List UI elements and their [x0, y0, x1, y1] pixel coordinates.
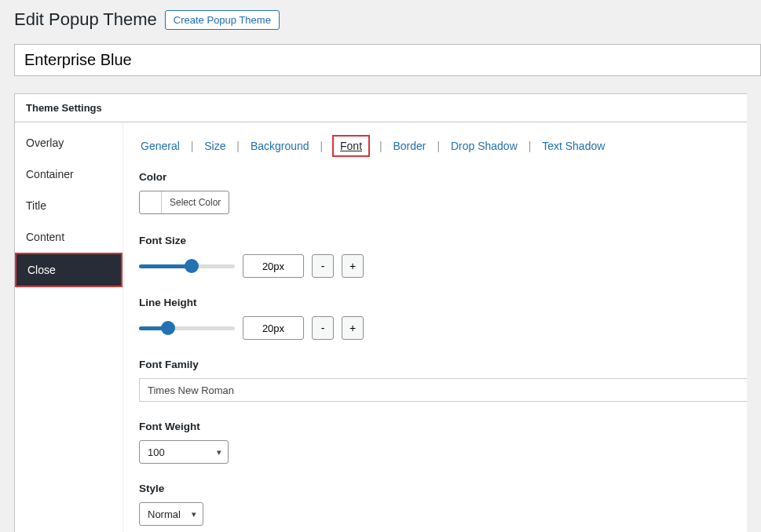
tab-size[interactable]: Size: [203, 140, 227, 152]
sidebar-item-title[interactable]: Title: [15, 190, 123, 221]
sidebar: Overlay Container Title Content Close: [15, 122, 123, 532]
sidebar-item-overlay[interactable]: Overlay: [15, 127, 123, 159]
separator: |: [191, 140, 194, 152]
color-label: Color: [139, 171, 747, 183]
theme-settings-panel: Theme Settings Overlay Container Title C…: [14, 93, 747, 532]
slider-thumb[interactable]: [161, 321, 175, 335]
chevron-down-icon: ▾: [192, 509, 196, 519]
font-weight-value: 100: [148, 446, 165, 458]
font-weight-select[interactable]: 100 ▾: [139, 440, 229, 464]
style-label: Style: [139, 483, 747, 494]
line-height-increase-button[interactable]: +: [342, 316, 364, 340]
color-swatch: [140, 191, 162, 213]
separator: |: [529, 140, 532, 152]
tab-drop-shadow[interactable]: Drop Shadow: [449, 140, 519, 152]
content-area: General | Size | Background | Font | Bor…: [123, 122, 747, 532]
sidebar-item-close[interactable]: Close: [15, 253, 123, 287]
chevron-down-icon: ▾: [217, 447, 221, 457]
panel-title: Theme Settings: [15, 94, 747, 122]
select-color-button[interactable]: Select Color: [139, 191, 229, 214]
separator: |: [379, 140, 382, 152]
font-size-input[interactable]: [243, 254, 304, 278]
separator: |: [437, 140, 440, 152]
sidebar-item-content[interactable]: Content: [15, 221, 123, 253]
font-family-input[interactable]: [139, 378, 747, 402]
tab-border[interactable]: Border: [391, 140, 427, 152]
font-size-label: Font Size: [139, 235, 747, 246]
font-size-increase-button[interactable]: +: [342, 254, 364, 278]
separator: |: [320, 140, 324, 152]
sidebar-item-container[interactable]: Container: [15, 159, 123, 190]
line-height-label: Line Height: [139, 297, 747, 308]
create-popup-theme-button[interactable]: Create Popup Theme: [165, 10, 280, 30]
separator: |: [236, 140, 240, 152]
font-weight-label: Font Weight: [139, 421, 747, 432]
tab-font[interactable]: Font: [332, 135, 370, 157]
line-height-slider[interactable]: [139, 326, 235, 330]
tab-text-shadow[interactable]: Text Shadow: [540, 140, 606, 152]
select-color-text: Select Color: [162, 197, 229, 208]
theme-name-input[interactable]: [14, 44, 761, 76]
tab-background[interactable]: Background: [249, 140, 311, 152]
font-size-slider[interactable]: [139, 264, 235, 268]
tab-general[interactable]: General: [139, 140, 181, 152]
font-size-decrease-button[interactable]: -: [312, 254, 334, 278]
subtabs: General | Size | Background | Font | Bor…: [139, 135, 747, 171]
page-title: Edit Popup Theme: [14, 9, 157, 30]
slider-thumb[interactable]: [185, 259, 199, 273]
line-height-input[interactable]: [243, 316, 304, 340]
style-select[interactable]: Normal ▾: [139, 502, 203, 526]
style-value: Normal: [148, 508, 181, 520]
font-family-label: Font Family: [139, 359, 747, 370]
line-height-decrease-button[interactable]: -: [312, 316, 334, 340]
